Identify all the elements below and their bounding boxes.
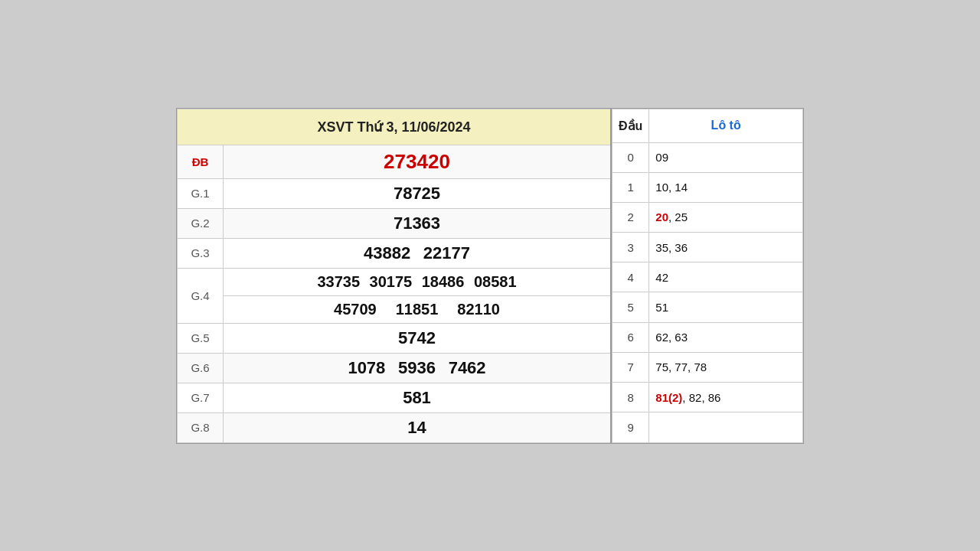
prize-values-g8: 14 <box>224 412 612 442</box>
loto-row: 9 <box>612 412 803 442</box>
table-row: G.433735 30175 18486 08581 <box>178 268 612 295</box>
table-row: G.178725 <box>178 178 612 208</box>
prize-values-g4-row1: 33735 30175 18486 08581 <box>224 268 612 295</box>
table-row: G.271363 <box>178 208 612 238</box>
prize-label-đb: ĐB <box>178 145 224 178</box>
table-title: XSVT Thứ 3, 11/06/2024 <box>178 109 612 145</box>
loto-value: 81(2), 82, 86 <box>649 383 803 412</box>
prize-values-đb: 273420 <box>224 145 612 178</box>
prize-label-g7: G.7 <box>178 383 224 412</box>
table-row: G.55742 <box>178 323 612 353</box>
dau-value: 8 <box>612 383 649 412</box>
loto-value: 09 <box>649 142 803 172</box>
dau-value: 0 <box>612 142 649 172</box>
prize-label-g1: G.1 <box>178 178 224 208</box>
prize-values-g1: 78725 <box>224 178 612 208</box>
loto-row: 220, 25 <box>612 202 803 232</box>
prize-label-g4: G.4 <box>178 268 224 323</box>
prize-label-g6: G.6 <box>178 353 224 383</box>
table-row: ĐB273420 <box>178 145 612 178</box>
loto-row: 442 <box>612 262 803 292</box>
loto-value: 20, 25 <box>649 202 803 232</box>
dau-value: 2 <box>612 202 649 232</box>
prize-values-g7: 581 <box>224 383 612 412</box>
loto-value: 62, 63 <box>649 322 803 352</box>
loto-row: 335, 36 <box>612 233 803 262</box>
main-container: XSVT Thứ 3, 11/06/2024 ĐB273420G.178725G… <box>176 108 804 444</box>
loto-value: 35, 36 <box>649 233 803 262</box>
loto-row: 009 <box>612 142 803 172</box>
loto-row: 551 <box>612 292 803 322</box>
dau-value: 6 <box>612 322 649 352</box>
prize-values-g4-row2: 45709 11851 82110 <box>224 295 612 323</box>
dau-value: 5 <box>612 292 649 322</box>
loto-row: 881(2), 82, 86 <box>612 383 803 412</box>
loto-row: 662, 63 <box>612 322 803 352</box>
loto-value: 75, 77, 78 <box>649 352 803 382</box>
table-row: G.343882 22177 <box>178 238 612 268</box>
loto-value: 10, 14 <box>649 172 803 202</box>
prize-label-g3: G.3 <box>178 238 224 268</box>
dau-value: 1 <box>612 172 649 202</box>
prize-values-g3: 43882 22177 <box>224 238 612 268</box>
prize-label-g2: G.2 <box>178 208 224 238</box>
prize-values-g2: 71363 <box>224 208 612 238</box>
loto-value: 51 <box>649 292 803 322</box>
loto-row: 110, 14 <box>612 172 803 202</box>
dau-header: Đầu <box>612 109 649 142</box>
loto-header: Lô tô <box>649 109 803 142</box>
dau-value: 9 <box>612 412 649 442</box>
dau-value: 4 <box>612 262 649 292</box>
prize-values-g5: 5742 <box>224 323 612 353</box>
results-table: XSVT Thứ 3, 11/06/2024 ĐB273420G.178725G… <box>177 109 612 443</box>
prize-label-g8: G.8 <box>178 412 224 442</box>
loto-row: 775, 77, 78 <box>612 352 803 382</box>
loto-value: 42 <box>649 262 803 292</box>
prize-label-g5: G.5 <box>178 323 224 353</box>
table-row: G.814 <box>178 412 612 442</box>
dau-value: 3 <box>612 233 649 262</box>
prize-values-g6: 1078 5936 7462 <box>224 353 612 383</box>
table-row: G.61078 5936 7462 <box>178 353 612 383</box>
loto-value <box>649 412 803 442</box>
table-row: G.7581 <box>178 383 612 412</box>
table-row: 45709 11851 82110 <box>178 295 612 323</box>
loto-table: Đầu Lô tô 009110, 14220, 25335, 36442551… <box>612 109 803 443</box>
dau-value: 7 <box>612 352 649 382</box>
